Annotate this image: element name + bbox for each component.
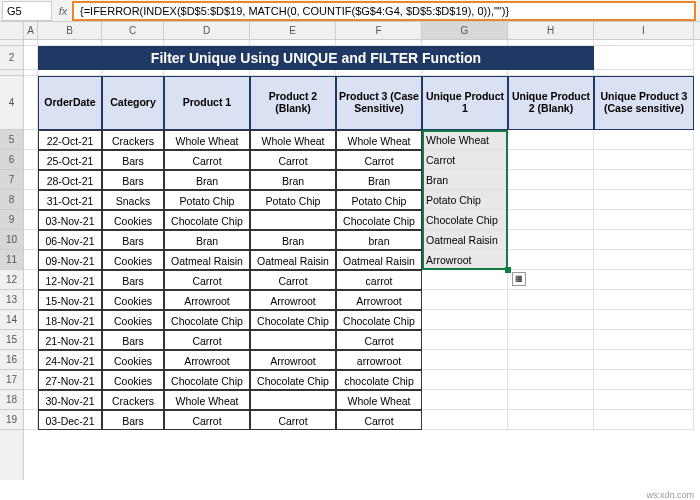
cell-product3[interactable]: Carrot <box>336 150 422 170</box>
cell[interactable] <box>24 150 38 170</box>
header-product2[interactable]: Product 2 (Blank) <box>250 76 336 130</box>
cell-unique2[interactable] <box>508 370 594 390</box>
cell-product3[interactable]: Bran <box>336 170 422 190</box>
cell-unique3[interactable] <box>594 150 694 170</box>
header-unique2[interactable]: Unique Product 2 (Blank) <box>508 76 594 130</box>
cell[interactable] <box>24 370 38 390</box>
cell-orderdate[interactable]: 03-Nov-21 <box>38 210 102 230</box>
cell-product1[interactable]: Oatmeal Raisin <box>164 250 250 270</box>
cell-unique2[interactable] <box>508 250 594 270</box>
row-header-5[interactable]: 5 <box>0 130 23 150</box>
row-header-7[interactable]: 7 <box>0 170 23 190</box>
cell-product3[interactable]: carrot <box>336 270 422 290</box>
cell-unique1[interactable]: Oatmeal Raisin <box>422 230 508 250</box>
formula-bar[interactable]: {=IFERROR(INDEX($D$5:$D$19, MATCH(0, COU… <box>72 1 696 21</box>
cell-product1[interactable]: Chocolate Chip <box>164 210 250 230</box>
cell-category[interactable]: Cookies <box>102 310 164 330</box>
row-header-9[interactable]: 9 <box>0 210 23 230</box>
cell-unique3[interactable] <box>594 130 694 150</box>
cell-product1[interactable]: Chocolate Chip <box>164 310 250 330</box>
row-header-19[interactable]: 19 <box>0 410 23 430</box>
col-header-b[interactable]: B <box>38 22 102 39</box>
cell-orderdate[interactable]: 15-Nov-21 <box>38 290 102 310</box>
cell-product2[interactable]: Arrowroot <box>250 290 336 310</box>
cell-product1[interactable]: Potato Chip <box>164 190 250 210</box>
cell-product2[interactable]: Oatmeal Raisin <box>250 250 336 270</box>
cell-unique2[interactable] <box>508 230 594 250</box>
row-header-13[interactable]: 13 <box>0 290 23 310</box>
col-header-h[interactable]: H <box>508 22 594 39</box>
cell-product2[interactable]: Arrowroot <box>250 350 336 370</box>
cell-category[interactable]: Crackers <box>102 130 164 150</box>
name-box[interactable] <box>2 1 52 21</box>
cell-product1[interactable]: Whole Wheat <box>164 390 250 410</box>
header-orderdate[interactable]: OrderDate <box>38 76 102 130</box>
cell-category[interactable]: Cookies <box>102 250 164 270</box>
cell-product2[interactable]: Carrot <box>250 150 336 170</box>
cell-product3[interactable]: Chocolate Chip <box>336 310 422 330</box>
cell-unique3[interactable] <box>594 230 694 250</box>
row-header-15[interactable]: 15 <box>0 330 23 350</box>
cell-product3[interactable]: Carrot <box>336 410 422 430</box>
col-header-a[interactable]: A <box>24 22 38 39</box>
cell-unique1[interactable] <box>422 390 508 410</box>
cell-category[interactable]: Cookies <box>102 290 164 310</box>
row-header-14[interactable]: 14 <box>0 310 23 330</box>
cell-unique1[interactable] <box>422 310 508 330</box>
cell-product1[interactable]: Arrowroot <box>164 350 250 370</box>
cell-category[interactable]: Crackers <box>102 390 164 410</box>
row-header-6[interactable]: 6 <box>0 150 23 170</box>
header-category[interactable]: Category <box>102 76 164 130</box>
cell-category[interactable]: Cookies <box>102 210 164 230</box>
cell-orderdate[interactable]: 12-Nov-21 <box>38 270 102 290</box>
cell-unique1[interactable] <box>422 290 508 310</box>
cell-unique1[interactable] <box>422 350 508 370</box>
cell-category[interactable]: Bars <box>102 170 164 190</box>
cell-unique3[interactable] <box>594 310 694 330</box>
cell[interactable] <box>24 46 38 70</box>
cell[interactable] <box>24 310 38 330</box>
row-header-2[interactable]: 2 <box>0 46 23 70</box>
cell-category[interactable]: Snacks <box>102 190 164 210</box>
fill-handle[interactable] <box>505 267 511 273</box>
cell[interactable] <box>24 190 38 210</box>
cell-unique2[interactable] <box>508 150 594 170</box>
cell-category[interactable]: Cookies <box>102 370 164 390</box>
cell[interactable] <box>24 130 38 150</box>
cell[interactable] <box>24 230 38 250</box>
cell-unique3[interactable] <box>594 170 694 190</box>
cell-product1[interactable]: Bran <box>164 170 250 190</box>
cell-product3[interactable]: Arrowroot <box>336 290 422 310</box>
cell-product2[interactable]: Whole Wheat <box>250 130 336 150</box>
cell-unique3[interactable] <box>594 210 694 230</box>
cell-unique1[interactable]: Potato Chip <box>422 190 508 210</box>
cell-unique2[interactable] <box>508 290 594 310</box>
cell[interactable] <box>24 390 38 410</box>
cell-unique2[interactable] <box>508 170 594 190</box>
cell-unique1[interactable] <box>422 270 508 290</box>
cell-product2[interactable]: Chocolate Chip <box>250 370 336 390</box>
cell-product3[interactable]: chocolate Chip <box>336 370 422 390</box>
header-product1[interactable]: Product 1 <box>164 76 250 130</box>
cell-unique3[interactable] <box>594 390 694 410</box>
cell-product2[interactable]: Bran <box>250 170 336 190</box>
cell-product3[interactable]: Potato Chip <box>336 190 422 210</box>
autofill-options-button[interactable]: ▦ <box>512 272 526 286</box>
col-header-c[interactable]: C <box>102 22 164 39</box>
cell-product3[interactable]: Whole Wheat <box>336 130 422 150</box>
col-header-e[interactable]: E <box>250 22 336 39</box>
col-header-i[interactable]: I <box>594 22 694 39</box>
cell-unique1[interactable]: Chocolate Chip <box>422 210 508 230</box>
cell-orderdate[interactable]: 22-Oct-21 <box>38 130 102 150</box>
cell-orderdate[interactable]: 27-Nov-21 <box>38 370 102 390</box>
header-unique3[interactable]: Unique Product 3 (Case sensitive) <box>594 76 694 130</box>
cell[interactable] <box>24 350 38 370</box>
cell-unique1[interactable]: Whole Wheat <box>422 130 508 150</box>
cell-orderdate[interactable]: 18-Nov-21 <box>38 310 102 330</box>
cell-unique2[interactable] <box>508 390 594 410</box>
row-header-10[interactable]: 10 <box>0 230 23 250</box>
cell-unique2[interactable] <box>508 330 594 350</box>
col-header-f[interactable]: F <box>336 22 422 39</box>
col-header-d[interactable]: D <box>164 22 250 39</box>
cell-unique2[interactable] <box>508 130 594 150</box>
